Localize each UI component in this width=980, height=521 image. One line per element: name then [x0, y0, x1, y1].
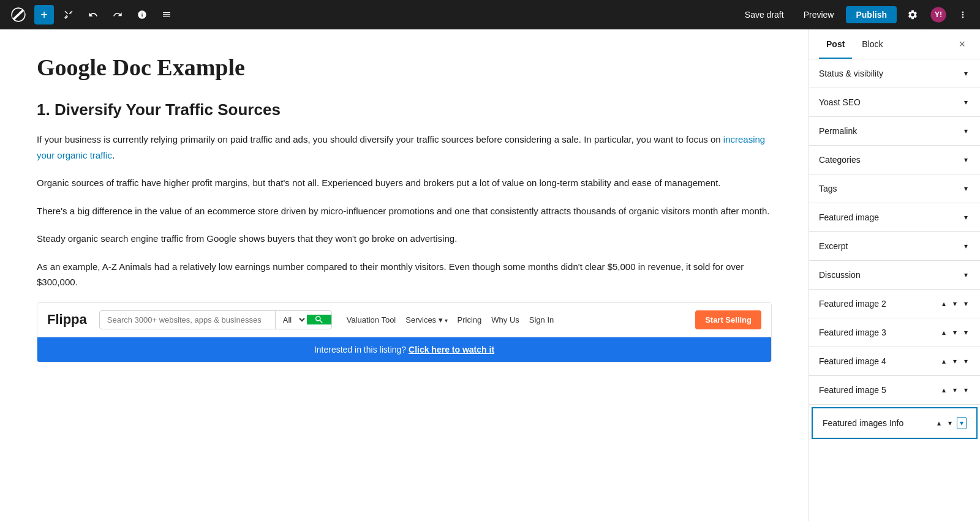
sidebar-section-discussion-header[interactable]: Discussion ▾ — [809, 261, 980, 289]
sidebar-section-permalink-header[interactable]: Permalink ▾ — [809, 117, 980, 145]
chevron-down-icon[interactable]: ▾ — [951, 384, 959, 395]
list-view-button[interactable] — [157, 5, 176, 24]
chevron-down-icon[interactable]: ▾ — [962, 68, 970, 79]
sidebar-section-yoast-seo-title: Yoast SEO — [819, 97, 861, 107]
chevron-up-icon[interactable]: ▴ — [940, 327, 948, 338]
settings-chevron-icon[interactable]: ▾ — [962, 356, 970, 367]
sidebar-section-featured-image-4: Featured image 4 ▴ ▾ ▾ — [809, 347, 980, 376]
publish-button[interactable]: Publish — [846, 6, 897, 23]
chevron-up-icon[interactable]: ▴ — [940, 356, 948, 367]
sidebar-section-featured-images-info-header[interactable]: Featured images Info ▴ ▾ ▾ — [813, 408, 976, 438]
flippa-nav-links: Valuation Tool Services ▾ Pricing Why Us… — [347, 315, 554, 324]
sidebar-section-status-visibility: Status & visibility ▾ — [809, 59, 980, 88]
sidebar-section-featured-image-5: Featured image 5 ▴ ▾ ▾ — [809, 376, 980, 405]
undo-button[interactable] — [83, 5, 103, 24]
sidebar-section-status-visibility-title: Status & visibility — [819, 69, 883, 78]
chevron-down-icon[interactable]: ▾ — [962, 154, 970, 165]
chevron-down-icon[interactable]: ▾ — [962, 183, 970, 194]
more-options-button[interactable] — [953, 5, 973, 24]
wordpress-logo[interactable] — [7, 4, 29, 26]
nav-services[interactable]: Services ▾ — [405, 315, 447, 324]
sidebar-section-categories-title: Categories — [819, 155, 861, 165]
sidebar-section-featured-image-2-header[interactable]: Featured image 2 ▴ ▾ ▾ — [809, 290, 980, 318]
sidebar-section-featured-image-4-header[interactable]: Featured image 4 ▴ ▾ ▾ — [809, 347, 980, 375]
sidebar: Post Block × Status & visibility ▾ Yoast… — [809, 29, 980, 521]
paragraph-1: If your business is currently relying pr… — [37, 132, 772, 163]
sidebar-section-controls: ▾ — [962, 68, 970, 79]
paragraph-2: Organic sources of traffic have higher p… — [37, 175, 772, 191]
nav-pricing[interactable]: Pricing — [458, 315, 482, 324]
paragraph-4: Steady organic search engine traffic fro… — [37, 231, 772, 247]
sidebar-section-featured-image: Featured image ▾ — [809, 203, 980, 232]
chevron-down-icon[interactable]: ▾ — [962, 269, 970, 280]
flippa-search-select[interactable]: All — [275, 311, 307, 329]
nav-sign-in[interactable]: Sign In — [529, 315, 554, 324]
sidebar-section-featured-image-header[interactable]: Featured image ▾ — [809, 203, 980, 231]
sidebar-section-featured-image-3-header[interactable]: Featured image 3 ▴ ▾ ▾ — [809, 318, 980, 347]
sidebar-section-featured-images-info: Featured images Info ▴ ▾ ▾ — [812, 407, 978, 439]
chevron-down-icon[interactable]: ▾ — [951, 356, 959, 367]
settings-chevron-icon[interactable]: ▾ — [962, 327, 970, 338]
tab-block[interactable]: Block — [854, 29, 890, 59]
sidebar-section-excerpt: Excerpt ▾ — [809, 232, 980, 261]
sidebar-section-yoast-seo-header[interactable]: Yoast SEO ▾ — [809, 88, 980, 116]
sidebar-section-tags-header[interactable]: Tags ▾ — [809, 174, 980, 203]
sidebar-section-tags: Tags ▾ — [809, 174, 980, 203]
nav-why-us[interactable]: Why Us — [491, 315, 519, 324]
sidebar-section-discussion: Discussion ▾ — [809, 261, 980, 290]
sidebar-section-categories-header[interactable]: Categories ▾ — [809, 146, 980, 174]
sidebar-section-featured-image-2: Featured image 2 ▴ ▾ ▾ — [809, 290, 980, 318]
yoast-icon: Y! — [929, 5, 948, 24]
settings-chevron-icon[interactable]: ▾ — [962, 384, 970, 395]
tab-post[interactable]: Post — [819, 29, 852, 59]
chevron-down-icon[interactable]: ▾ — [951, 327, 959, 338]
sidebar-close-button[interactable]: × — [954, 36, 970, 53]
post-title[interactable]: Google Doc Example — [37, 54, 772, 81]
nav-valuation-tool[interactable]: Valuation Tool — [347, 315, 396, 324]
settings-chevron-icon[interactable]: ▾ — [957, 417, 967, 429]
settings-chevron-icon[interactable]: ▾ — [962, 298, 970, 309]
sidebar-section-permalink: Permalink ▾ — [809, 117, 980, 146]
chevron-down-icon[interactable]: ▾ — [946, 418, 954, 429]
flippa-navbar: Flippa All Valuation Tool Services ▾ — [37, 303, 771, 337]
sidebar-section-discussion-title: Discussion — [819, 270, 861, 280]
sidebar-tabs: Post Block × — [809, 29, 980, 59]
section-heading-1[interactable]: 1. Diversify Your Traffic Sources — [37, 100, 772, 119]
sidebar-section-tags-title: Tags — [819, 184, 837, 193]
add-block-button[interactable]: + — [34, 5, 54, 24]
flippa-banner: Flippa All Valuation Tool Services ▾ — [37, 302, 772, 362]
sidebar-section-featured-image-2-title: Featured image 2 — [819, 299, 886, 309]
paragraph-3: There's a big difference in the value of… — [37, 203, 772, 219]
sidebar-section-featured-image-3: Featured image 3 ▴ ▾ ▾ — [809, 318, 980, 347]
sidebar-section-categories: Categories ▾ — [809, 146, 980, 174]
save-draft-button[interactable]: Save draft — [737, 6, 791, 23]
flippa-search-input[interactable] — [100, 312, 275, 328]
flippa-search-button[interactable] — [307, 315, 331, 324]
chevron-up-icon[interactable]: ▴ — [940, 298, 948, 309]
chevron-down-icon[interactable]: ▾ — [962, 97, 970, 108]
redo-button[interactable] — [108, 5, 127, 24]
sidebar-section-featured-image-title: Featured image — [819, 212, 879, 222]
chevron-up-icon[interactable]: ▴ — [935, 418, 943, 429]
chevron-down-icon[interactable]: ▾ — [962, 212, 970, 223]
toolbar: + Save draft Preview Publish — [0, 0, 980, 29]
sidebar-section-featured-image-5-title: Featured image 5 — [819, 385, 886, 395]
chevron-down-icon[interactable]: ▾ — [962, 241, 970, 252]
info-button[interactable] — [132, 5, 152, 24]
flippa-logo: Flippa — [47, 312, 87, 328]
settings-button[interactable] — [902, 4, 924, 26]
sidebar-section-featured-image-5-header[interactable]: Featured image 5 ▴ ▾ ▾ — [809, 376, 980, 404]
flippa-watch-link[interactable]: Click here to watch it — [409, 345, 494, 354]
sidebar-section-status-visibility-header[interactable]: Status & visibility ▾ — [809, 59, 980, 88]
preview-button[interactable]: Preview — [796, 6, 842, 23]
sidebar-section-featured-image-4-title: Featured image 4 — [819, 356, 886, 366]
sidebar-section-featured-images-info-title: Featured images Info — [823, 418, 903, 428]
sidebar-section-excerpt-header[interactable]: Excerpt ▾ — [809, 232, 980, 260]
flippa-start-selling-button[interactable]: Start Selling — [695, 310, 761, 329]
sidebar-section-permalink-title: Permalink — [819, 126, 857, 136]
chevron-down-icon[interactable]: ▾ — [951, 298, 959, 309]
chevron-up-icon[interactable]: ▴ — [940, 384, 948, 395]
chevron-down-icon[interactable]: ▾ — [962, 126, 970, 137]
tools-button[interactable] — [59, 5, 78, 24]
flippa-search-wrapper: All — [99, 310, 332, 329]
